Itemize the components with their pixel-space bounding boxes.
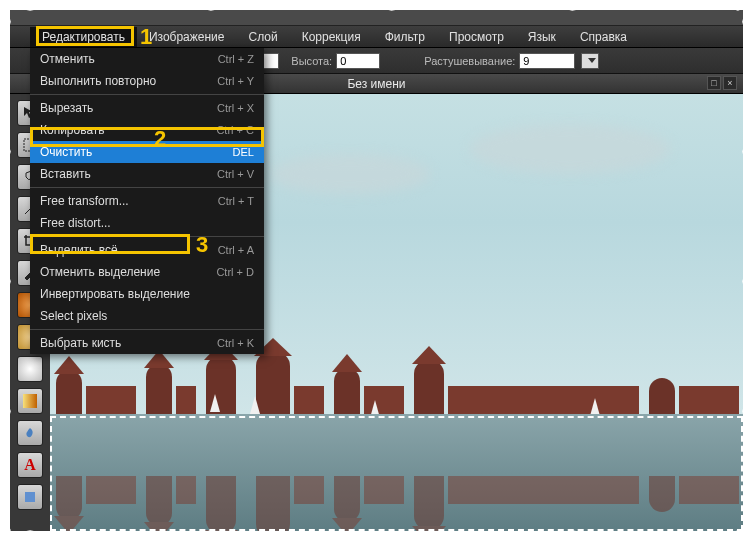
- dm-free-transform[interactable]: Free transform...Ctrl + T: [30, 190, 264, 212]
- dm-paste[interactable]: ВставитьCtrl + V: [30, 163, 264, 185]
- close-icon[interactable]: ×: [723, 76, 737, 90]
- dm-copy[interactable]: КопироватьCtrl + C: [30, 119, 264, 141]
- dm-select-pixels[interactable]: Select pixels: [30, 305, 264, 327]
- tool-shape[interactable]: [17, 484, 43, 510]
- titlebar-strip: [10, 10, 743, 26]
- app-window: Редактировать Изображение Слой Коррекция…: [10, 10, 743, 531]
- feather-input[interactable]: [519, 53, 575, 69]
- svg-rect-2: [25, 492, 35, 502]
- document-title: Без имени: [347, 77, 405, 91]
- feather-label: Растушевывание:: [424, 55, 515, 67]
- edit-dropdown: ОтменитьCtrl + Z Выполнить повторноCtrl …: [30, 48, 264, 354]
- dm-free-distort[interactable]: Free distort...: [30, 212, 264, 234]
- menu-edit[interactable]: Редактировать: [30, 27, 137, 47]
- menubar: Редактировать Изображение Слой Коррекция…: [10, 26, 743, 48]
- dm-undo[interactable]: ОтменитьCtrl + Z: [30, 48, 264, 70]
- chevron-down-icon: [588, 58, 596, 63]
- annotation-num-2: 2: [154, 126, 166, 152]
- menu-help[interactable]: Справка: [568, 27, 639, 47]
- tool-eraser[interactable]: [17, 356, 43, 382]
- annotation-num-3: 3: [196, 232, 208, 258]
- dm-select-all[interactable]: Выделить всёCtrl + A: [30, 239, 264, 261]
- menu-filter[interactable]: Фильтр: [373, 27, 437, 47]
- feather-dropdown[interactable]: [581, 53, 599, 69]
- menu-layer[interactable]: Слой: [237, 27, 290, 47]
- menu-language[interactable]: Язык: [516, 27, 568, 47]
- tool-text[interactable]: A: [17, 452, 43, 478]
- height-input[interactable]: [336, 53, 380, 69]
- dm-cut[interactable]: ВырезатьCtrl + X: [30, 97, 264, 119]
- tool-smudge[interactable]: [17, 420, 43, 446]
- dm-deselect[interactable]: Отменить выделениеCtrl + D: [30, 261, 264, 283]
- dm-pick-brush[interactable]: Выбрать кистьCtrl + K: [30, 332, 264, 354]
- maximize-icon[interactable]: □: [707, 76, 721, 90]
- dm-invert-selection[interactable]: Инвертировать выделение: [30, 283, 264, 305]
- tool-gradient[interactable]: [17, 388, 43, 414]
- annotation-num-1: 1: [140, 24, 152, 50]
- menu-view[interactable]: Просмотр: [437, 27, 516, 47]
- height-label: Высота:: [291, 55, 332, 67]
- svg-rect-1: [23, 394, 37, 408]
- dm-redo[interactable]: Выполнить повторноCtrl + Y: [30, 70, 264, 92]
- dm-clear[interactable]: ОчиститьDEL: [30, 141, 264, 163]
- menu-adjust[interactable]: Коррекция: [290, 27, 373, 47]
